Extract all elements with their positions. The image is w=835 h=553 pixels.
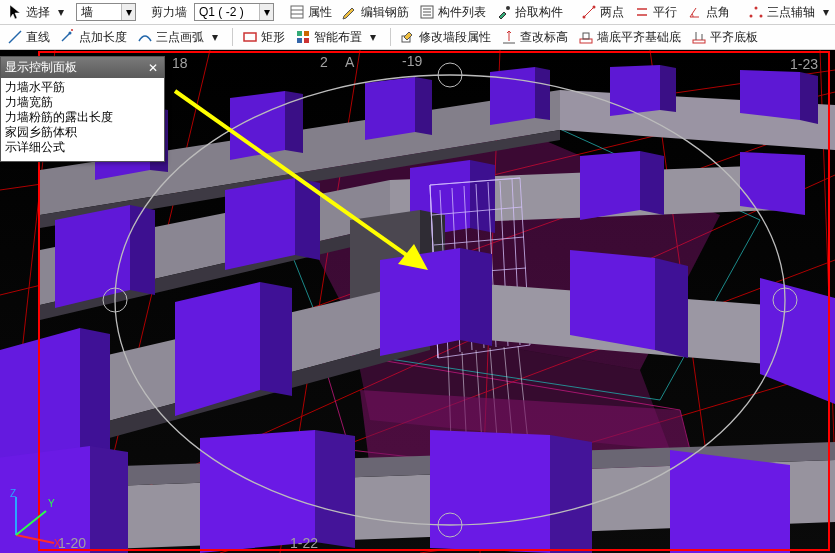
chevron-down-icon: ▾: [259, 4, 273, 20]
svg-line-10: [584, 7, 594, 17]
three-point-arc-label: 三点画弧: [156, 29, 204, 46]
select-label: 选择: [26, 4, 50, 21]
panel-item[interactable]: 力墙粉筋的露出长度: [5, 110, 160, 125]
svg-marker-118: [550, 435, 592, 553]
smart-layout-label: 智能布置: [314, 29, 362, 46]
pencil-icon: [342, 4, 358, 20]
q1-dropdown-value: Q1 ( -2 ): [195, 5, 259, 19]
axis-z-label: Z: [10, 488, 16, 499]
align-bottom-plate-label: 平齐底板: [710, 29, 758, 46]
three-point-arc-button[interactable]: 三点画弧 ▾: [132, 27, 228, 48]
svg-rect-27: [583, 33, 589, 39]
arc-icon: [137, 29, 153, 45]
close-icon[interactable]: ✕: [146, 61, 160, 75]
add-length-icon: [60, 29, 76, 45]
svg-point-13: [750, 15, 753, 18]
three-point-icon: [748, 4, 764, 20]
align-bottom-plate-button[interactable]: 平齐底板: [686, 27, 763, 48]
svg-point-14: [755, 7, 758, 10]
svg-line-127: [16, 535, 54, 543]
smart-layout-button[interactable]: 智能布置 ▾: [290, 27, 386, 48]
modify-wall-segment-button[interactable]: 修改墙段属性: [395, 27, 496, 48]
panel-body: 力墙水平筋 力墙宽筋 力墙粉筋的露出长度 家园乡筋体积 示详细公式: [1, 78, 164, 161]
svg-marker-61: [800, 72, 818, 124]
svg-marker-69: [740, 152, 805, 215]
panel-item[interactable]: 力墙宽筋: [5, 95, 160, 110]
svg-marker-73: [640, 151, 664, 215]
parallel-label: 平行: [653, 4, 677, 21]
svg-rect-23: [304, 38, 309, 43]
edit-rebar-label: 编辑钢筋: [361, 4, 409, 21]
wall-dropdown[interactable]: 墙 ▾: [76, 3, 136, 21]
svg-marker-71: [295, 178, 320, 260]
3d-viewport[interactable]: 18 2 A -19 1-23 1-20 1-22 显示控制面板 ✕ 力墙水平筋…: [0, 50, 835, 553]
svg-marker-54: [610, 65, 660, 116]
align-plate-icon: [691, 29, 707, 45]
svg-line-128: [16, 511, 46, 535]
axis-gizmo: Z Y X: [4, 487, 64, 547]
svg-marker-52: [365, 77, 415, 140]
three-point-axis-label: 三点辅轴: [767, 4, 815, 21]
svg-marker-115: [670, 450, 790, 553]
chevron-down-icon: ▾: [207, 29, 223, 45]
wall-bottom-foundation-label: 墙底平齐基础底: [597, 29, 681, 46]
svg-marker-116: [90, 446, 128, 553]
edit-rebar-button[interactable]: 编辑钢筋: [337, 2, 414, 23]
toolbar-row-1: 选择 ▾ 墙 ▾ 剪力墙 Q1 ( -2 ) ▾ 属性 编辑钢筋 构件列表 拾取…: [0, 0, 835, 25]
chevron-down-icon: ▾: [818, 4, 834, 20]
line-button[interactable]: 直线: [2, 27, 55, 48]
panel-item[interactable]: 示详细公式: [5, 140, 160, 155]
panel-titlebar[interactable]: 显示控制面板 ✕: [1, 57, 164, 78]
axis-x-label: X: [54, 538, 61, 547]
svg-marker-114: [430, 430, 550, 553]
list-icon: [419, 4, 435, 20]
pick-component-button[interactable]: 拾取构件: [491, 2, 568, 23]
svg-marker-58: [415, 77, 432, 135]
q1-dropdown[interactable]: Q1 ( -2 ) ▾: [194, 3, 274, 21]
component-list-button[interactable]: 构件列表: [414, 2, 491, 23]
eyedropper-icon: [496, 4, 512, 20]
angle-icon: [687, 4, 703, 20]
cursor-icon: [7, 4, 23, 20]
check-elevation-label: 查改标高: [520, 29, 568, 46]
svg-line-16: [9, 31, 21, 43]
svg-marker-108: [655, 258, 688, 358]
three-point-axis-button[interactable]: 三点辅轴 ▾: [743, 2, 835, 23]
select-button[interactable]: 选择 ▾: [2, 2, 74, 23]
grid-label: 18: [172, 55, 188, 71]
separator: [390, 28, 391, 46]
wall-dropdown-value: 墙: [77, 4, 121, 21]
chevron-down-icon: ▾: [121, 4, 135, 20]
chevron-down-icon: ▾: [365, 29, 381, 45]
shear-wall-button[interactable]: 剪力墙: [146, 2, 192, 23]
point-angle-label: 点角: [706, 4, 730, 21]
check-elevation-button[interactable]: 查改标高: [496, 27, 573, 48]
smart-layout-icon: [295, 29, 311, 45]
rect-button[interactable]: 矩形: [237, 27, 290, 48]
pick-component-label: 拾取构件: [515, 4, 563, 21]
svg-rect-0: [291, 6, 303, 18]
separator: [232, 28, 233, 46]
rect-label: 矩形: [261, 29, 285, 46]
svg-rect-20: [297, 31, 302, 36]
svg-marker-117: [315, 430, 355, 548]
elevation-icon: [501, 29, 517, 45]
panel-item[interactable]: 家园乡筋体积: [5, 125, 160, 140]
add-length-button[interactable]: 点加长度: [55, 27, 132, 48]
display-control-panel[interactable]: 显示控制面板 ✕ 力墙水平筋 力墙宽筋 力墙粉筋的露出长度 家园乡筋体积 示详细…: [0, 56, 165, 162]
grid-label: -19: [402, 53, 422, 69]
grid-label: 1-22: [290, 535, 318, 551]
svg-rect-26: [580, 39, 592, 43]
svg-marker-60: [660, 65, 676, 112]
svg-rect-22: [297, 38, 302, 43]
point-angle-button[interactable]: 点角: [682, 2, 735, 23]
properties-button[interactable]: 属性: [284, 2, 337, 23]
two-point-button[interactable]: 两点: [576, 2, 629, 23]
wall-bottom-foundation-button[interactable]: 墙底平齐基础底: [573, 27, 686, 48]
grid-label: A: [345, 54, 354, 70]
svg-rect-21: [304, 31, 309, 36]
panel-title-text: 显示控制面板: [5, 59, 77, 76]
panel-item[interactable]: 力墙水平筋: [5, 80, 160, 95]
parallel-button[interactable]: 平行: [629, 2, 682, 23]
svg-marker-66: [225, 178, 295, 270]
